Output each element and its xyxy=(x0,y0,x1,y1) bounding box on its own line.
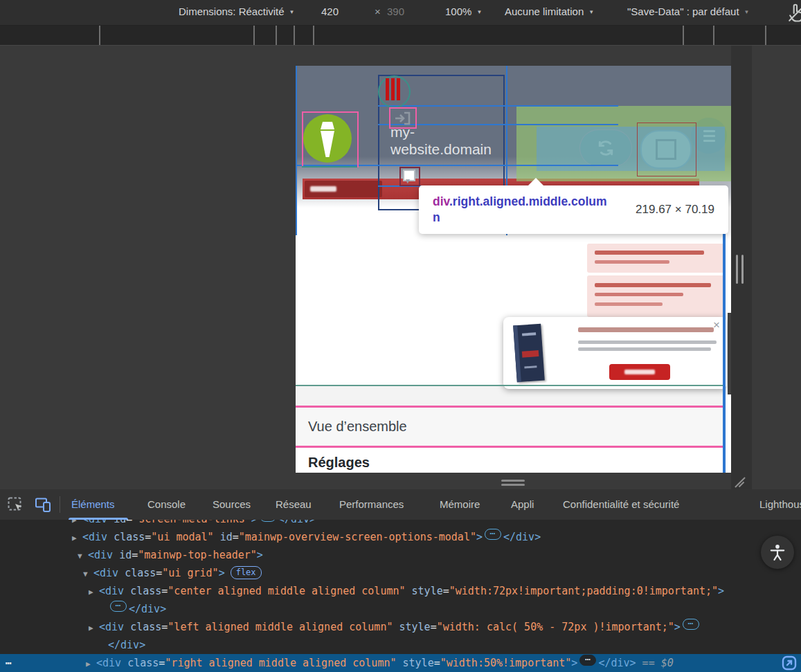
expand-ellipsis-button[interactable]: ⋯ xyxy=(683,619,699,630)
media-query-separator xyxy=(99,26,100,45)
tab-privacy-security[interactable]: Confidentialité et sécurité xyxy=(563,489,679,520)
code-token: = xyxy=(145,531,151,543)
throttling-select[interactable]: Aucune limitation▼ xyxy=(505,6,594,17)
code-token: > xyxy=(674,621,681,633)
viewport-right-resize-area[interactable] xyxy=(731,46,752,489)
accessibility-button[interactable] xyxy=(761,536,794,569)
viewport-bottom-resize-handle[interactable] xyxy=(501,484,525,486)
code-token: "right aligned middle aligned column" xyxy=(165,657,396,669)
dom-tree-row[interactable]: ▼<div id="mainwp-top-header"> xyxy=(0,546,801,564)
site-alert-box xyxy=(587,275,724,317)
code-token: style xyxy=(396,657,433,669)
media-query-bar[interactable] xyxy=(0,26,801,46)
device-toolbar-toggle-icon[interactable] xyxy=(35,496,51,513)
code-token: class xyxy=(118,567,156,579)
active-tab-underline xyxy=(69,518,128,520)
save-data-select[interactable]: "Save-Data" : par défaut▼ xyxy=(627,6,750,17)
tab-sources[interactable]: Sources xyxy=(213,489,251,520)
expand-ellipsis-button[interactable]: ⋯ xyxy=(260,520,276,522)
menu-item-settings[interactable]: Réglages xyxy=(308,455,370,471)
code-token: = xyxy=(132,549,138,561)
indent-spacer xyxy=(98,601,108,619)
code-token: "width:72px!important;padding:0!importan… xyxy=(449,585,718,597)
tab-lighthouse[interactable]: Lighthouse xyxy=(759,489,801,520)
menu-red-bars-icon xyxy=(397,78,400,100)
site-promo-popup: × xyxy=(503,317,727,389)
menu-item-overview[interactable]: Vue d’ensemble xyxy=(308,419,407,435)
code-token: = xyxy=(233,531,239,543)
overlay-teal-line xyxy=(302,166,357,167)
code-token: </div> xyxy=(598,657,636,669)
expand-arrow-icon[interactable]: ▶ xyxy=(86,655,96,672)
promo-download-button[interactable] xyxy=(609,364,670,380)
reveal-in-device-icon[interactable] xyxy=(781,655,798,671)
code-token: <div xyxy=(88,549,113,561)
tab-performance[interactable]: Performances xyxy=(339,489,404,520)
code-token: = xyxy=(161,621,168,633)
code-token: id xyxy=(107,520,126,525)
code-token: = xyxy=(431,621,437,633)
code-token: class xyxy=(124,621,161,633)
page-scrollbar-thumb[interactable] xyxy=(728,313,731,394)
dom-tree-row[interactable]: ▼<div class="ui grid">flex xyxy=(0,564,801,582)
touch-simulation-icon[interactable] xyxy=(786,2,801,23)
tab-application[interactable]: Appli xyxy=(511,489,534,520)
code-token: = xyxy=(126,520,132,525)
blurred-label xyxy=(624,370,655,374)
expand-arrow-icon[interactable]: ▼ xyxy=(83,565,93,583)
expand-ellipsis-button[interactable]: ⋯ xyxy=(579,655,596,666)
chevron-down-icon: ▼ xyxy=(744,9,750,15)
flex-badge[interactable]: flex xyxy=(231,566,262,579)
sign-in-arrow-icon[interactable] xyxy=(394,111,412,125)
dom-tree-row[interactable]: ⋯▶<div class="right aligned middle align… xyxy=(0,654,801,672)
code-token: <div xyxy=(93,567,118,579)
media-query-separator xyxy=(683,26,684,45)
overlay-guide-line xyxy=(723,234,726,473)
media-query-separator xyxy=(713,26,714,45)
code-token: "width:50%!important" xyxy=(440,657,572,669)
site-red-button[interactable] xyxy=(305,181,382,197)
expand-arrow-icon[interactable]: ▼ xyxy=(78,547,88,565)
dom-tree-row[interactable]: ▶<div id="screen-meta-links">⋯</div> xyxy=(0,520,801,528)
overlay-guide-line xyxy=(296,66,297,235)
overlay-box-button xyxy=(637,122,696,176)
viewport-height-input[interactable]: 390 xyxy=(387,6,404,17)
code-token: </div> xyxy=(278,520,316,525)
code-token: > xyxy=(476,531,483,543)
menu-band xyxy=(296,386,726,406)
dom-tree-row[interactable]: ▶<div class="center aligned middle align… xyxy=(0,582,801,600)
expand-ellipsis-button[interactable]: ⋯ xyxy=(110,601,127,612)
dom-tree-row[interactable]: ▶<div class="ui modal" id="mainwp-overvi… xyxy=(0,528,801,546)
tab-memory[interactable]: Mémoire xyxy=(440,489,480,520)
tab-elements[interactable]: Éléments xyxy=(71,489,115,520)
code-token: = xyxy=(434,657,440,669)
code-token: <div xyxy=(96,657,121,669)
overlay-pink-line xyxy=(296,446,726,448)
close-icon[interactable]: × xyxy=(713,318,720,332)
dom-tree-row[interactable]: ▶<div class="left aligned middle aligned… xyxy=(0,618,801,636)
viewport-bottom-resize-handle[interactable] xyxy=(501,480,525,482)
expand-ellipsis-button[interactable]: ⋯ xyxy=(485,529,501,540)
tab-console[interactable]: Console xyxy=(147,489,186,520)
dom-tree: ▶<div id="screen-meta-links">⋯</div>▶<di… xyxy=(0,520,801,672)
tab-network[interactable]: Réseau xyxy=(276,489,312,520)
dom-tree-row[interactable]: ⋯</div> xyxy=(0,600,801,618)
media-query-separator xyxy=(276,26,277,45)
dom-tree-row[interactable]: </div> xyxy=(0,636,801,654)
code-token: $0 xyxy=(661,657,674,669)
devtools-panel: Éléments Console Sources Réseau Performa… xyxy=(0,489,801,672)
tooltip-dimensions: 219.67 × 70.19 xyxy=(636,203,714,217)
viewport-width-input[interactable]: 420 xyxy=(321,6,339,17)
tooltip-arrow xyxy=(528,178,544,186)
expand-arrow-icon[interactable]: ▶ xyxy=(72,529,82,547)
code-token: "ui modal" xyxy=(151,531,213,543)
zoom-select[interactable]: 100%▼ xyxy=(445,6,482,17)
inspect-element-icon[interactable] xyxy=(7,496,24,513)
dimensions-select[interactable]: Dimensions: Réactivité▼ xyxy=(179,6,294,17)
code-token: <div xyxy=(82,520,107,525)
devtools-tabbar: Éléments Console Sources Réseau Performa… xyxy=(0,489,801,520)
code-token: "screen-meta-links" xyxy=(132,520,251,525)
expand-arrow-icon[interactable]: ▶ xyxy=(89,619,99,637)
expand-arrow-icon[interactable]: ▶ xyxy=(89,583,99,601)
overlay-pink-line xyxy=(296,406,726,408)
